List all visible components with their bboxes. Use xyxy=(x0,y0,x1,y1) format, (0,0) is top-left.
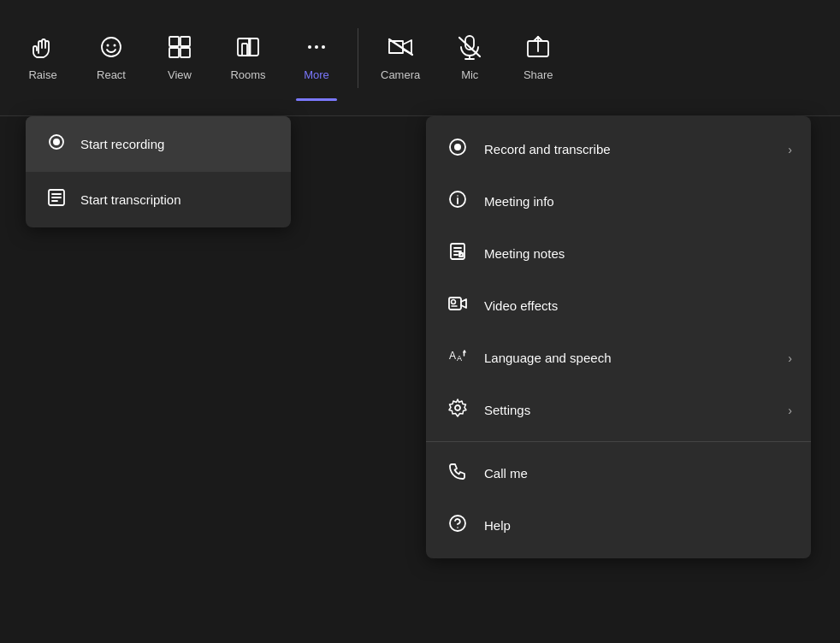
toolbar-item-view[interactable]: View xyxy=(145,15,214,101)
settings-label: Settings xyxy=(484,403,774,417)
share-label: Share xyxy=(524,68,553,81)
svg-rect-9 xyxy=(249,38,251,56)
transcription-icon xyxy=(44,187,68,212)
svg-rect-5 xyxy=(169,48,179,57)
video-effects-label: Video effects xyxy=(484,298,792,313)
svg-point-37 xyxy=(452,300,456,304)
svg-rect-8 xyxy=(242,44,247,56)
meeting-notes-icon xyxy=(445,241,470,266)
dropdown-divider xyxy=(426,441,811,442)
share-icon xyxy=(525,34,551,63)
dropdown-settings[interactable]: Settings › xyxy=(426,384,811,436)
svg-point-28 xyxy=(454,144,461,150)
record-icon xyxy=(44,132,68,156)
raise-hand-icon xyxy=(30,34,56,63)
svg-point-2 xyxy=(114,44,116,47)
svg-point-10 xyxy=(308,45,311,49)
help-label: Help xyxy=(484,518,792,533)
toolbar: Raise React View xyxy=(0,0,840,116)
svg-point-1 xyxy=(107,44,109,47)
more-dropdown: Record and transcribe › Meeting info Me xyxy=(426,116,811,558)
view-icon xyxy=(167,34,192,63)
meeting-info-icon xyxy=(445,189,470,214)
svg-text:A: A xyxy=(449,350,456,362)
rooms-icon xyxy=(235,34,261,63)
video-effects-icon xyxy=(445,293,470,318)
svg-point-0 xyxy=(102,38,121,56)
react-icon xyxy=(98,34,124,63)
start-transcription-label: Start transcription xyxy=(80,192,181,207)
call-me-icon xyxy=(445,461,470,486)
language-speech-label: Language and speech xyxy=(484,351,774,365)
toolbar-item-raise[interactable]: Raise xyxy=(9,15,77,101)
svg-point-12 xyxy=(322,45,325,49)
settings-chevron: › xyxy=(788,404,792,417)
rooms-label: Rooms xyxy=(230,68,265,81)
dropdown-record-transcribe[interactable]: Record and transcribe › xyxy=(426,123,811,175)
record-transcribe-icon xyxy=(445,137,470,162)
more-icon xyxy=(304,34,329,63)
camera-label: Camera xyxy=(381,68,420,81)
svg-rect-7 xyxy=(238,38,258,56)
svg-point-11 xyxy=(315,45,318,49)
help-icon xyxy=(445,513,470,538)
mic-label: Mic xyxy=(461,68,478,81)
raise-label: Raise xyxy=(28,68,56,81)
svg-point-42 xyxy=(455,405,460,410)
view-label: View xyxy=(168,68,192,81)
dropdown-call-me[interactable]: Call me xyxy=(426,447,811,499)
svg-line-18 xyxy=(459,38,480,56)
start-recording-label: Start recording xyxy=(80,137,164,151)
language-speech-chevron: › xyxy=(788,351,792,365)
dropdown-video-effects[interactable]: Video effects xyxy=(426,280,811,332)
toolbar-item-react[interactable]: React xyxy=(77,15,145,101)
record-transcribe-label: Record and transcribe xyxy=(484,142,774,156)
meeting-notes-label: Meeting notes xyxy=(484,246,792,261)
toolbar-divider xyxy=(358,28,358,88)
meeting-info-label: Meeting info xyxy=(484,194,792,209)
toolbar-item-rooms[interactable]: Rooms xyxy=(214,15,282,101)
call-me-label: Call me xyxy=(484,466,792,481)
camera-icon xyxy=(387,34,413,63)
submenu-recording: Start recording Start transcription xyxy=(26,116,291,227)
record-transcribe-chevron: › xyxy=(788,143,792,156)
svg-text:A: A xyxy=(457,354,462,363)
toolbar-item-share[interactable]: Share xyxy=(504,15,572,101)
toolbar-item-mic[interactable]: Mic xyxy=(435,15,504,101)
react-label: React xyxy=(97,68,126,81)
svg-point-22 xyxy=(53,139,60,145)
settings-icon xyxy=(445,398,470,422)
dropdown-help[interactable]: Help xyxy=(426,499,811,552)
mic-icon xyxy=(457,34,482,63)
toolbar-item-more[interactable]: More xyxy=(282,15,351,101)
toolbar-item-camera[interactable]: Camera xyxy=(365,15,435,101)
svg-rect-4 xyxy=(180,37,190,46)
dropdown-meeting-notes[interactable]: Meeting notes xyxy=(426,227,811,280)
start-recording-item[interactable]: Start recording xyxy=(26,116,291,172)
dropdown-meeting-info[interactable]: Meeting info xyxy=(426,175,811,227)
svg-point-31 xyxy=(457,195,458,197)
language-speech-icon: A A xyxy=(445,345,470,370)
start-transcription-item[interactable]: Start transcription xyxy=(26,172,291,227)
dropdown-language-speech[interactable]: A A Language and speech › xyxy=(426,332,811,384)
svg-rect-3 xyxy=(169,37,179,46)
more-label: More xyxy=(304,68,329,81)
svg-rect-6 xyxy=(180,48,190,57)
svg-point-44 xyxy=(457,527,458,528)
